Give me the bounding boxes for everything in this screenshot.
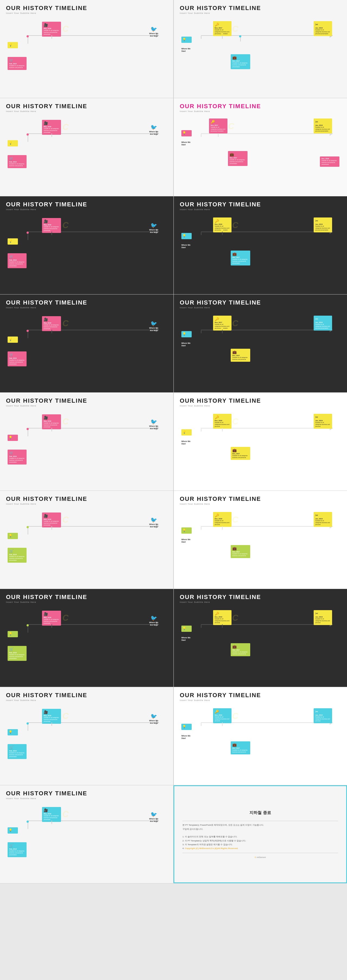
ws12: Where WeStart <box>181 538 191 543</box>
tl4 <box>201 134 331 134</box>
cbd17: Feb, 2019 <box>9 848 16 850</box>
cb12: 💼 Dec, 2017 Suitable for all categories … <box>231 545 250 558</box>
ci13a: 🎥 <box>44 612 48 616</box>
final-title: 지하철 종료 <box>250 810 271 815</box>
slide-subtitle-1: Insert Your Subtitle Here <box>6 12 167 14</box>
slide-title-17: OUR HISTORY TIMELINE <box>6 790 167 797</box>
copyright-text: Copyright (C) MrElement.Co (E)All Rights… <box>185 847 238 850</box>
dot11a <box>51 524 53 526</box>
card-8b: ✂ Jan, 2018 Suitable for all categories … <box>314 316 332 331</box>
cbdesc5: Suitable for all categories business and… <box>9 261 25 267</box>
cd14a: Dec, 2019 <box>215 616 222 618</box>
slide-16: OUR HISTORY TIMELINE Insert Your Subtitl… <box>174 687 347 785</box>
slide-title-5: OUR HISTORY TIMELINE <box>6 201 167 208</box>
ci14a: 🔑 <box>215 611 219 616</box>
vc12b <box>201 527 201 530</box>
cb14: 💼 Dec, 2017 Suitable for all categories … <box>231 643 250 656</box>
cd15a: May, 2018 <box>44 715 51 716</box>
cbi8: 💼 <box>232 350 237 354</box>
vc4b <box>201 134 201 137</box>
slide-10: OUR HISTORY TIMELINE Insert Your Subtitl… <box>174 393 347 490</box>
ci12b: ✂ <box>315 513 318 517</box>
dot-4 <box>239 35 241 37</box>
ci12a: 🔑 <box>215 513 219 517</box>
cdesc4b: Suitable for all categories business and… <box>315 126 331 132</box>
dot15a <box>51 720 53 722</box>
cb4b: Dec, 2018 Suitable for all categories bu… <box>320 156 339 167</box>
csi11: 💡 <box>9 534 13 538</box>
cdesc12b: Suitable for all categories business and… <box>315 520 331 525</box>
cb11: 🛒 Feb, 2019 Suitable for all categories … <box>8 548 27 563</box>
csi15: 💡 <box>9 730 13 734</box>
slide-6: OUR HISTORY TIMELINE Insert Your Subtitl… <box>174 196 347 294</box>
vc5 <box>201 36 201 39</box>
vc6b <box>201 232 201 235</box>
card-icon-2: 🛒 <box>9 58 14 62</box>
slide-title-2: OUR HISTORY TIMELINE <box>180 5 341 11</box>
slide-subtitle-11: Insert Your Subtitle Here <box>6 503 167 505</box>
dot7a <box>51 328 53 330</box>
cbdesc4: Suitable for all categories business and… <box>229 159 246 165</box>
cbd4b: Dec, 2018 <box>322 158 329 159</box>
card-10b: ✂ Jan, 2019 Suitable for all categories … <box>314 414 332 429</box>
wn3: 🐦 Where WeAre Now <box>149 124 158 135</box>
cbd10: Dec, 2017 <box>232 453 240 455</box>
ci10a: 🔑 <box>215 415 219 419</box>
csi16: 💡 <box>183 725 186 729</box>
slide-title-10: OUR HISTORY TIMELINE <box>180 398 341 404</box>
cd16a: Dec, 2019 <box>215 714 222 716</box>
wn9: 🐦 Where WeAre Now <box>149 418 158 430</box>
dot3a <box>51 131 53 134</box>
card-date: May, 2018 <box>44 28 51 29</box>
slide-title-1: OUR HISTORY TIMELINE <box>6 5 167 11</box>
ci8b: ✂ <box>315 317 318 321</box>
cd14b: Jan, 2019 <box>315 616 323 618</box>
vc14b <box>201 625 201 628</box>
cbd16: Dec, 2017 <box>232 747 240 749</box>
cb6: 💼 Dec, 2017 Suitable for all categories … <box>231 251 250 266</box>
dot3b <box>27 134 29 135</box>
ci16b: ✂ <box>315 710 318 714</box>
vc10b <box>201 429 201 431</box>
dot10a <box>221 426 223 428</box>
slide-title-7: OUR HISTORY TIMELINE <box>6 299 167 306</box>
dot5a <box>51 229 53 232</box>
wn13: 🐦 Where WeAre Now <box>149 615 158 626</box>
cbd7: Feb, 2019 <box>9 357 16 359</box>
cbi10: 💼 <box>232 448 237 452</box>
card-icon: 🎥 <box>44 23 48 27</box>
cdesc2: Suitable for all categories business and… <box>315 29 331 35</box>
cb13: 🛒 Feb, 2019 Suitable for all categories … <box>8 646 27 661</box>
cbdesc15: Suitable for all categories business and… <box>9 752 25 758</box>
cb10: 💼 Dec, 2017 Suitable for all categories … <box>231 447 250 460</box>
csi9: 💡 <box>9 436 13 439</box>
ci17a: 🎥 <box>44 808 48 812</box>
cb5: 🛒 Feb, 2019 Suitable for all categories … <box>8 253 27 268</box>
cd5a: May, 2018 <box>44 224 51 226</box>
slide-1: OUR HISTORY TIMELINE Insert Your Subtitl… <box>0 0 174 98</box>
slide-4: OUR HISTORY TIMELINE Insert Your Subtitl… <box>174 98 347 196</box>
cbi13: 🛒 <box>9 647 14 651</box>
cbd6: Dec, 2017 <box>232 256 240 258</box>
cbd3: Feb, 2015 <box>9 161 16 163</box>
dot9a <box>51 426 53 428</box>
cd11a: May, 2018 <box>44 519 51 520</box>
slide-12: OUR HISTORY TIMELINE Insert Your Subtitl… <box>174 491 347 589</box>
vc8b <box>201 331 201 333</box>
ws6: Where WeStart <box>181 244 191 249</box>
final-text: 본 PT Template는 PowerPoint로 제작되었으며, 모든 요소… <box>183 823 338 851</box>
cbd12: Dec, 2017 <box>232 551 240 553</box>
cs10: 💡 <box>181 429 192 436</box>
dot15b <box>27 722 29 725</box>
slide-17: OUR HISTORY TIMELINE Insert Your Subtitl… <box>0 785 174 883</box>
ci5a: 🎥 <box>44 220 48 223</box>
card-6b: ✂ Jan, 2019 Suitable for all categories … <box>314 218 332 232</box>
dot11b <box>27 526 29 528</box>
card-dec2017: 💼 Dec, 2017 Suitable for all categories … <box>231 54 250 69</box>
dot12a <box>221 524 223 526</box>
cm16: C <box>232 711 238 721</box>
dot-1 <box>51 33 53 35</box>
cm6: C <box>232 220 238 230</box>
dot9b <box>27 428 29 430</box>
cs11: 💡 <box>8 533 18 539</box>
